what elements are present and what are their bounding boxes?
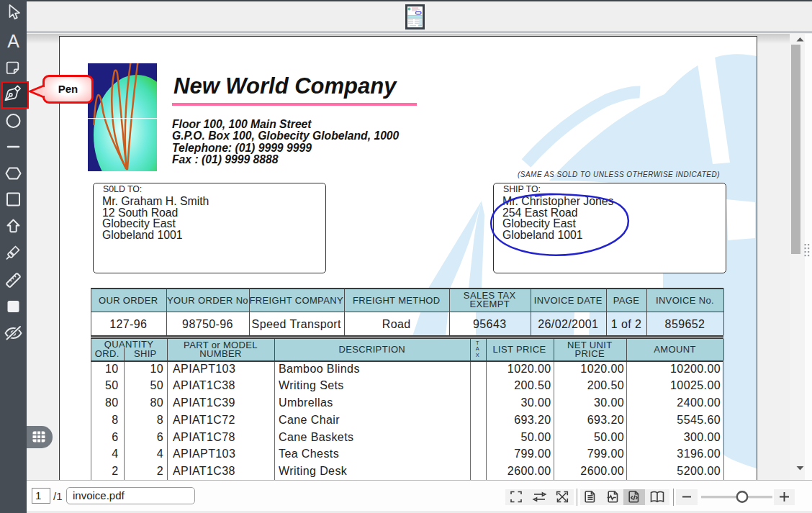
svg-text:A: A (7, 31, 19, 51)
